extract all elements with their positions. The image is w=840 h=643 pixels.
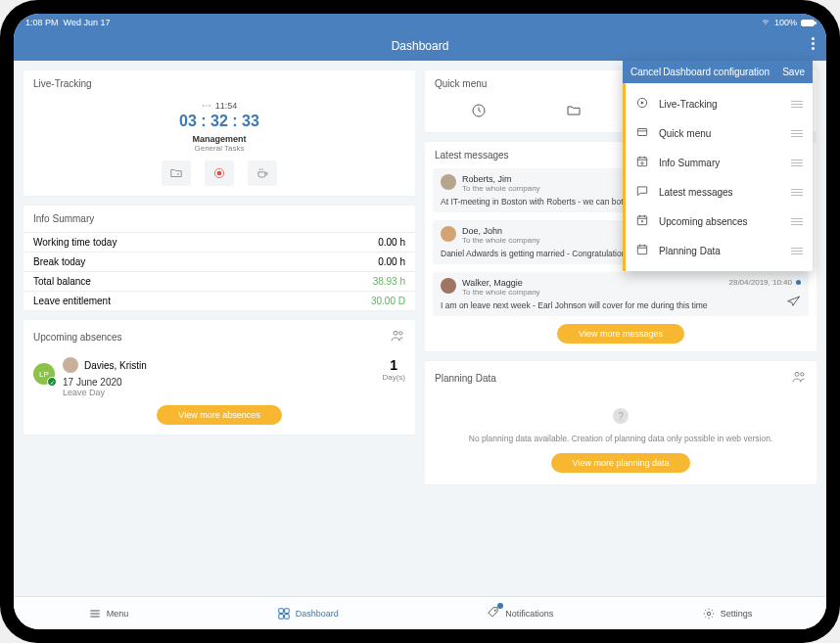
more-absences-button[interactable]: View more absences [157, 405, 281, 425]
absence-row[interactable]: LP ✓ Davies, Kristin 17 June 2020 Leave … [33, 357, 405, 397]
config-row[interactable]: Live-Tracking [626, 89, 813, 118]
info-summary-card: Info Summary Working time today0.00 hBre… [23, 206, 415, 310]
info-summary-header: Info Summary [23, 206, 415, 232]
config-row-label: Upcoming absences [659, 216, 748, 227]
menu-icon [88, 607, 102, 620]
config-row-label: Planning Data [659, 246, 721, 256]
reply-icon[interactable] [785, 293, 801, 310]
absence-date: 17 June 2020 [63, 377, 374, 388]
upcoming-absences-card: Upcoming absences LP ✓ [23, 320, 415, 435]
svg-rect-16 [637, 129, 646, 136]
drag-handle-icon[interactable] [791, 160, 803, 166]
config-row-label: Live-Tracking [659, 99, 718, 110]
svg-point-2 [394, 331, 397, 335]
message-recipient: To the whole company [462, 236, 540, 245]
menu-dots-button[interactable] [812, 37, 815, 50]
page-title: Dashboard [392, 39, 449, 53]
more-planning-button[interactable]: View more planning data [551, 453, 691, 473]
message-sender: Roberts, Jim [462, 174, 540, 184]
config-row-label: Latest messages [659, 187, 733, 198]
info-label: Break today [33, 256, 85, 267]
record-icon [212, 166, 226, 180]
config-row-label: Quick menu [659, 128, 711, 139]
svg-point-14 [707, 612, 711, 616]
drag-handle-icon[interactable] [791, 101, 803, 108]
info-row: Working time today0.00 h [23, 232, 415, 252]
coffee-icon [256, 166, 269, 180]
message-recipient: To the whole company [462, 288, 540, 297]
nav-menu[interactable]: Menu [88, 607, 129, 620]
svg-rect-10 [284, 608, 289, 613]
left-column: Live-Tracking 11:54 03 : 32 : 33 Managem… [23, 70, 415, 586]
nav-notifications[interactable]: Notifications [487, 606, 553, 621]
break-button[interactable] [248, 161, 277, 186]
drag-handle-icon[interactable] [791, 130, 803, 137]
gear-icon [702, 607, 716, 620]
svg-point-8 [801, 373, 804, 376]
more-messages-button[interactable]: View more messages [557, 324, 684, 344]
config-row[interactable]: Quick menu [626, 118, 813, 148]
arrows-icon [202, 102, 211, 110]
status-bar: 1:08 PM Wed Jun 17 100% [14, 14, 826, 31]
check-icon: ✓ [47, 377, 57, 387]
dashboard-config-popup: Cancel Dashboard configuration Save Live… [623, 61, 813, 271]
config-save-button[interactable]: Save [782, 67, 805, 77]
config-row[interactable]: Latest messages [626, 177, 813, 207]
folder-button[interactable] [162, 161, 191, 186]
avatar [441, 278, 456, 294]
info-value: 30.00 D [371, 296, 405, 306]
planning-data-header: Planning Data [435, 373, 496, 384]
clock-quick-button[interactable] [471, 103, 487, 122]
absence-type: Leave Day [63, 388, 374, 397]
config-row-icon [635, 184, 649, 200]
unread-dot-icon [796, 280, 801, 285]
config-cancel-button[interactable]: Cancel [630, 67, 661, 77]
info-label: Leave entitlement [33, 296, 111, 306]
planning-empty-text: No planning data available. Creation of … [435, 434, 807, 443]
message-sender: Walker, Maggie [462, 278, 540, 288]
message-text: I am on leave next week - Earl Johnson w… [441, 300, 801, 310]
live-tracking-task: Management [23, 134, 415, 144]
nav-dashboard[interactable]: Dashboard [277, 607, 339, 620]
live-tracking-timer: 03 : 32 : 33 [23, 113, 415, 130]
config-row-label: Info Summary [659, 158, 720, 168]
message-item[interactable]: Walker, Maggie To the whole company 28/0… [433, 272, 809, 316]
absence-name: Davies, Kristin [84, 360, 147, 371]
svg-point-18 [641, 162, 643, 164]
svg-point-3 [399, 332, 402, 335]
wifi-icon [761, 19, 770, 26]
live-tracking-subtask: General Tasks [23, 144, 415, 153]
drag-handle-icon[interactable] [791, 189, 803, 196]
config-row[interactable]: Planning Data [626, 236, 813, 265]
svg-rect-11 [278, 614, 283, 619]
avatar [441, 226, 456, 242]
config-title: Dashboard configuration [661, 67, 782, 77]
tag-icon [487, 606, 500, 621]
config-row[interactable]: Info Summary [626, 148, 813, 177]
absence-count: 1 [382, 357, 405, 373]
info-value: 38.93 h [373, 276, 405, 287]
info-icon: ? [613, 408, 629, 424]
drag-handle-icon[interactable] [791, 248, 803, 254]
status-time: 1:08 PM Wed Jun 17 [25, 18, 110, 27]
record-button[interactable] [205, 161, 234, 186]
config-row-icon [635, 243, 649, 258]
live-tracking-clock: 11:54 [23, 101, 415, 111]
live-tracking-header: Live-Tracking [23, 70, 415, 97]
svg-rect-9 [278, 608, 283, 613]
info-label: Working time today [33, 237, 117, 248]
app-topbar: Dashboard [14, 31, 826, 61]
svg-rect-20 [637, 246, 646, 254]
drag-handle-icon[interactable] [791, 218, 803, 225]
nav-settings[interactable]: Settings [702, 607, 753, 620]
live-tracking-card: Live-Tracking 11:54 03 : 32 : 33 Managem… [23, 70, 415, 196]
people-icon[interactable] [390, 328, 405, 345]
info-row: Total balance38.93 h [23, 271, 415, 291]
message-meta: 28/04/2019, 10:40 [728, 278, 801, 287]
tablet-frame: 1:08 PM Wed Jun 17 100% Dashboard Live-T… [0, 0, 840, 643]
people-icon[interactable] [791, 369, 807, 387]
config-row-icon [635, 155, 649, 170]
config-row[interactable]: Upcoming absences [626, 207, 813, 236]
folder-quick-button[interactable] [566, 103, 582, 122]
svg-rect-12 [284, 614, 289, 619]
